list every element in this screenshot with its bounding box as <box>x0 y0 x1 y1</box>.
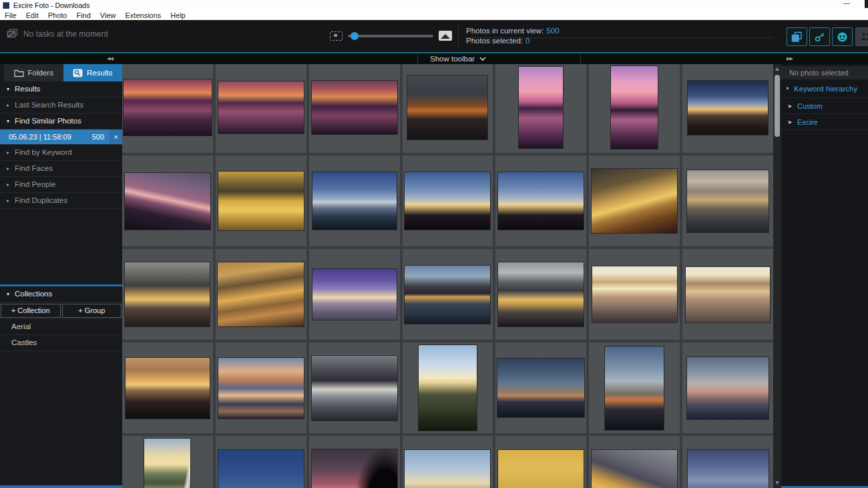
keyword-hierarchy-header[interactable]: ▼Keyword hierarchy <box>781 79 868 98</box>
add-collection-button[interactable]: + Collection <box>1 304 61 318</box>
collapse-left-panel-icon[interactable]: ◀◀ <box>107 53 113 64</box>
photo-cell[interactable] <box>216 436 306 488</box>
photo-thumbnail[interactable] <box>126 358 210 419</box>
photo-cell[interactable] <box>309 436 400 488</box>
faces-button[interactable] <box>832 27 853 46</box>
add-group-button[interactable]: + Group <box>62 304 122 318</box>
photo-thumbnail[interactable] <box>497 358 584 417</box>
menu-item-file[interactable]: File <box>0 11 21 19</box>
photo-thumbnail[interactable] <box>592 169 677 233</box>
photo-thumbnail[interactable] <box>218 358 304 419</box>
photo-cell[interactable] <box>589 64 680 153</box>
photo-thumbnail[interactable] <box>312 356 397 421</box>
photo-cell[interactable] <box>495 436 586 488</box>
search-result-item-selected[interactable]: 05.06.23 | 11:58:09 500 <box>0 130 122 145</box>
photo-thumbnail[interactable] <box>687 170 769 232</box>
collection-item-castles[interactable]: Castles <box>0 335 122 351</box>
photo-thumbnail[interactable] <box>498 450 584 488</box>
photo-cell[interactable] <box>122 249 213 340</box>
collections-section-header[interactable]: Collections <box>0 286 122 302</box>
photo-thumbnail[interactable] <box>688 450 769 488</box>
collection-item-aerial[interactable]: Aerial <box>0 319 122 335</box>
photo-cell[interactable] <box>589 342 680 433</box>
slider-thumb[interactable] <box>351 32 359 40</box>
photo-cell[interactable] <box>403 156 493 246</box>
photo-thumbnail[interactable] <box>605 346 664 430</box>
sidebar-item-find-by-keyword[interactable]: Find by Keyword <box>0 145 122 161</box>
photo-thumbnail[interactable] <box>405 450 490 488</box>
photo-thumbnail[interactable] <box>407 75 487 140</box>
photo-cell[interactable] <box>682 249 773 340</box>
photo-thumbnail[interactable] <box>687 357 769 419</box>
photo-cell[interactable] <box>309 342 400 433</box>
results-section-header[interactable]: Results <box>0 81 122 97</box>
scroll-up-icon[interactable] <box>775 67 779 71</box>
menu-item-find[interactable]: Find <box>71 11 95 19</box>
thumbnail-size-small-icon[interactable] <box>330 31 343 41</box>
minimize-button[interactable]: — <box>843 0 850 7</box>
photo-thumbnail[interactable] <box>218 81 304 134</box>
photo-thumbnail[interactable] <box>312 81 397 134</box>
photo-thumbnail[interactable] <box>686 267 770 322</box>
tab-folders[interactable]: Folders <box>4 64 63 81</box>
scrollbar-thumb[interactable] <box>775 75 780 137</box>
menu-item-photo[interactable]: Photo <box>43 11 72 19</box>
photo-cell[interactable] <box>589 249 680 340</box>
photo-thumbnail[interactable] <box>124 79 212 136</box>
photo-cell[interactable] <box>309 64 400 153</box>
menu-item-edit[interactable]: Edit <box>21 11 43 19</box>
scroll-down-icon[interactable] <box>775 481 779 485</box>
photo-cell[interactable] <box>682 64 773 153</box>
photo-thumbnail[interactable] <box>519 67 563 148</box>
sidebar-item-find-similar-photos[interactable]: Find Similar Photos <box>0 113 122 130</box>
photo-cell[interactable] <box>589 156 680 246</box>
sidebar-item-find-people[interactable]: Find People <box>0 177 122 193</box>
photo-thumbnail[interactable] <box>592 450 677 488</box>
photo-cell[interactable] <box>216 156 306 246</box>
photo-thumbnail[interactable] <box>611 66 658 149</box>
photo-cell[interactable] <box>122 436 213 488</box>
photo-cell[interactable] <box>309 249 400 340</box>
expand-right-panel-icon[interactable]: ▶▶ <box>787 53 793 64</box>
keywords-button[interactable] <box>809 27 830 46</box>
photo-thumbnail[interactable] <box>125 262 210 326</box>
photo-thumbnail[interactable] <box>405 266 490 324</box>
photo-thumbnail[interactable] <box>688 81 768 135</box>
remove-search-result-button[interactable] <box>110 130 122 144</box>
menu-item-help[interactable]: Help <box>166 11 190 19</box>
thumbnail-size-slider[interactable] <box>348 35 433 37</box>
photo-cell[interactable] <box>216 342 306 433</box>
photo-cell[interactable] <box>495 156 586 246</box>
photo-thumbnail[interactable] <box>218 450 304 488</box>
photo-thumbnail[interactable] <box>144 439 190 488</box>
grid-scrollbar[interactable] <box>773 64 781 488</box>
photo-cell[interactable] <box>403 64 493 153</box>
compare-photos-button[interactable] <box>787 27 807 46</box>
keyword-item-custom[interactable]: ▶Custom <box>781 98 868 114</box>
sidebar-item-last-search-results[interactable]: Last Search Results <box>0 97 122 113</box>
thumbnail-size-large-icon[interactable] <box>439 31 452 41</box>
photo-cell[interactable] <box>309 156 400 246</box>
photo-thumbnail[interactable] <box>312 269 397 320</box>
photo-cell[interactable] <box>403 342 493 433</box>
menu-item-view[interactable]: View <box>95 11 121 19</box>
photo-thumbnail[interactable] <box>498 262 584 326</box>
photo-cell[interactable] <box>495 249 586 340</box>
photo-thumbnail[interactable] <box>312 449 397 488</box>
keyword-item-excire[interactable]: ▶Excire <box>781 114 868 130</box>
photo-cell[interactable] <box>682 436 773 488</box>
photo-cell[interactable] <box>403 249 493 340</box>
photo-cell[interactable] <box>122 64 213 153</box>
photo-thumbnail[interactable] <box>218 262 304 326</box>
photo-thumbnail[interactable] <box>592 266 677 322</box>
photo-cell[interactable] <box>216 64 306 153</box>
photo-cell[interactable] <box>495 342 586 433</box>
sidebar-item-find-duplicates[interactable]: Find Duplicates <box>0 193 122 209</box>
show-toolbar-button[interactable]: Show toolbar <box>417 53 581 64</box>
photo-cell[interactable] <box>682 156 773 246</box>
photo-thumbnail[interactable] <box>405 172 490 230</box>
photo-thumbnail[interactable] <box>125 173 210 230</box>
photo-cell[interactable] <box>216 249 306 340</box>
photo-thumbnail[interactable] <box>218 172 304 230</box>
photo-thumbnail[interactable] <box>498 172 584 230</box>
